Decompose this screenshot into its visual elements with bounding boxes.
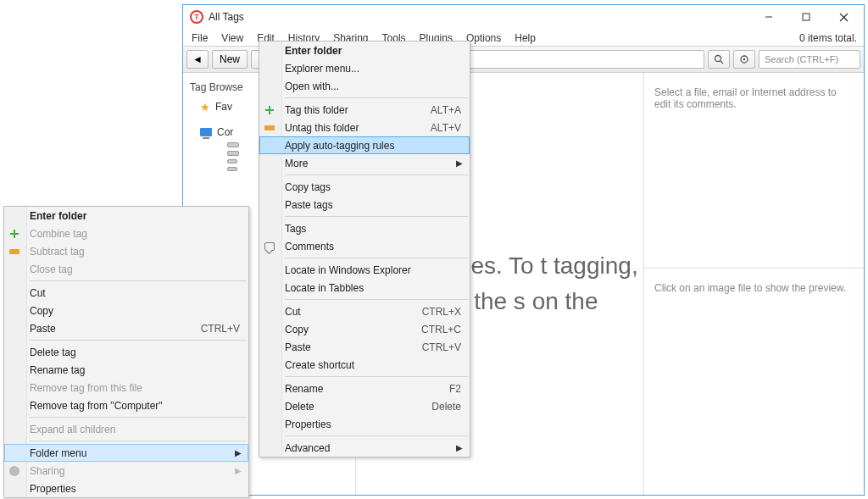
ctx2-more[interactable]: More▶ — [259, 154, 470, 172]
ctx2-create-shortcut[interactable]: Create shortcut — [259, 356, 470, 374]
svg-point-4 — [715, 56, 721, 62]
ctx2-tags[interactable]: Tags — [259, 219, 470, 237]
comment-icon — [264, 242, 275, 251]
search-input[interactable]: Search (CTRL+F) — [759, 50, 860, 69]
menu-view[interactable]: View — [214, 30, 250, 46]
ctx1-sharing: Sharing▶ — [4, 462, 248, 480]
back-button[interactable]: ◄ — [186, 50, 209, 69]
svg-point-7 — [743, 58, 746, 61]
ctx2-copy[interactable]: CopyCTRL+C — [259, 320, 470, 338]
settings-button[interactable] — [733, 50, 755, 69]
ctx2-cut[interactable]: CutCTRL+X — [259, 302, 470, 320]
menu-file[interactable]: File — [185, 30, 214, 46]
disk-icon[interactable] — [227, 142, 239, 147]
ctx2-comments[interactable]: Comments — [259, 237, 470, 255]
disk-icon[interactable] — [227, 151, 239, 156]
ctx1-remove-from-file: Remove tag from this file — [4, 379, 248, 396]
ctx2-paste[interactable]: PasteCTRL+V — [259, 338, 470, 356]
ctx2-advanced[interactable]: Advanced▶ — [259, 439, 470, 457]
comments-hint: Select a file, email or Internet address… — [644, 73, 864, 268]
ctx2-locate-explorer[interactable]: Locate in Windows Explorer — [259, 261, 470, 279]
ctx1-delete-tag[interactable]: Delete tag — [4, 343, 248, 361]
ctx2-open-with[interactable]: Open with... — [259, 77, 470, 95]
maximize-button[interactable] — [787, 7, 825, 27]
titlebar: All Tags — [183, 5, 864, 29]
ctx1-combine-tag: Combine tag — [4, 225, 248, 242]
window-title: All Tags — [209, 11, 244, 23]
ctx1-remove-from-computer[interactable]: Remove tag from "Computer" — [4, 396, 248, 414]
ctx2-enter-folder[interactable]: Enter folder — [259, 42, 470, 59]
minus-icon — [9, 249, 19, 254]
ctx2-paste-tags[interactable]: Paste tags — [259, 196, 470, 213]
plus-icon — [264, 105, 275, 115]
ctx1-rename-tag[interactable]: Rename tag — [4, 361, 248, 379]
ctx1-folder-menu[interactable]: Folder menu▶ — [4, 444, 248, 462]
right-panel: Select a file, email or Internet address… — [643, 73, 864, 495]
ctx2-delete[interactable]: DeleteDelete — [259, 397, 470, 415]
svg-line-5 — [721, 61, 723, 64]
search-go-button[interactable] — [708, 50, 730, 69]
preview-hint: Click on an image file to show the previ… — [644, 269, 864, 495]
ctx1-expand-all: Expand all children — [4, 420, 248, 438]
minus-icon — [264, 125, 275, 130]
ctx1-cut[interactable]: Cut — [4, 284, 248, 302]
ctx1-enter-folder[interactable]: Enter folder — [4, 207, 248, 225]
search-placeholder: Search (CTRL+F) — [765, 54, 838, 64]
minimize-button[interactable] — [750, 7, 787, 27]
person-icon — [9, 466, 19, 476]
chevron-right-icon: ▶ — [456, 158, 463, 168]
disk-icon[interactable] — [227, 167, 237, 171]
svg-rect-1 — [803, 14, 810, 20]
chevron-right-icon: ▶ — [456, 443, 463, 452]
ctx1-properties[interactable]: Properties — [4, 480, 248, 497]
ctx1-paste[interactable]: PasteCTRL+V — [4, 319, 248, 337]
ctx2-rename[interactable]: RenameF2 — [259, 380, 470, 397]
monitor-icon — [200, 128, 212, 136]
ctx2-tag-folder[interactable]: Tag this folderALT+A — [259, 101, 470, 119]
star-icon: ★ — [200, 101, 210, 114]
sidebar-item-label: Fav — [215, 101, 232, 113]
ctx2-untag-folder[interactable]: Untag this folderALT+V — [259, 119, 470, 136]
folder-submenu: Enter folder Explorer menu... Open with.… — [259, 41, 470, 457]
sidebar-item-label: Cor — [217, 126, 233, 138]
close-button[interactable] — [825, 7, 862, 27]
ctx1-close-tag: Close tag — [4, 260, 248, 278]
ctx2-apply-auto-tagging[interactable]: Apply auto-tagging rules — [259, 136, 470, 154]
ctx1-copy[interactable]: Copy — [4, 302, 248, 319]
plus-icon — [9, 229, 19, 239]
app-logo-icon — [190, 10, 203, 24]
items-total: 0 items total. — [799, 32, 857, 44]
ctx2-explorer-menu[interactable]: Explorer menu... — [259, 59, 470, 77]
chevron-right-icon: ▶ — [235, 466, 242, 475]
ctx2-properties[interactable]: Properties — [259, 415, 470, 433]
disk-icon[interactable] — [227, 159, 237, 164]
new-button[interactable]: New — [212, 50, 248, 69]
chevron-right-icon: ▶ — [235, 448, 242, 457]
ctx2-locate-tabbles[interactable]: Locate in Tabbles — [259, 279, 470, 297]
ctx2-copy-tags[interactable]: Copy tags — [259, 178, 470, 196]
ctx1-subtract-tag: Subtract tag — [4, 242, 248, 260]
tag-context-menu: Enter folder Combine tag Subtract tag Cl… — [3, 206, 249, 498]
menu-help[interactable]: Help — [508, 30, 542, 46]
